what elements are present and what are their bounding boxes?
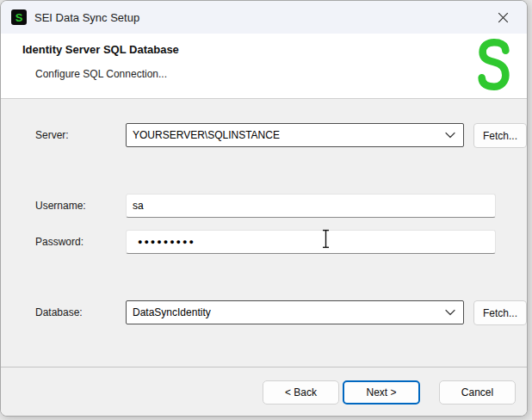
title-bar: S SEI Data Sync Setup xyxy=(1,1,527,34)
password-field[interactable] xyxy=(126,230,496,254)
brand-logo-s-icon xyxy=(476,38,512,93)
back-button[interactable]: < Back xyxy=(263,380,339,405)
database-input[interactable] xyxy=(127,301,445,324)
wizard-header: Identity Server SQL Database Configure S… xyxy=(1,34,527,99)
page-subtitle: Configure SQL Connection... xyxy=(35,68,167,80)
password-label: Password: xyxy=(35,230,121,254)
app-icon-letter: S xyxy=(15,11,23,24)
cancel-button[interactable]: Cancel xyxy=(439,380,516,405)
database-fetch-button[interactable]: Fetch... xyxy=(473,300,527,325)
username-field[interactable] xyxy=(126,194,496,218)
button-bar: < Back Next > Cancel xyxy=(1,367,527,416)
server-fetch-button[interactable]: Fetch... xyxy=(473,123,527,148)
app-icon: S xyxy=(11,9,27,25)
server-input[interactable] xyxy=(127,124,445,146)
database-label: Database: xyxy=(35,300,121,324)
username-label: Username: xyxy=(35,194,121,218)
setup-wizard-dialog: S SEI Data Sync Setup Identity Server SQ… xyxy=(0,0,528,417)
window-title: SEI Data Sync Setup xyxy=(34,11,139,24)
server-label: Server: xyxy=(35,123,121,147)
text-cursor xyxy=(321,229,331,249)
brand-logo-s-path xyxy=(482,42,506,87)
close-icon xyxy=(497,11,510,24)
next-button[interactable]: Next > xyxy=(343,380,420,405)
chevron-down-icon[interactable] xyxy=(445,132,455,139)
close-button[interactable] xyxy=(484,2,522,33)
database-combobox[interactable] xyxy=(126,300,464,324)
screen: S SEI Data Sync Setup Identity Server SQ… xyxy=(0,0,532,420)
chevron-down-icon[interactable] xyxy=(445,309,455,316)
page-title: Identity Server SQL Database xyxy=(22,43,179,56)
server-combobox[interactable] xyxy=(126,123,464,147)
